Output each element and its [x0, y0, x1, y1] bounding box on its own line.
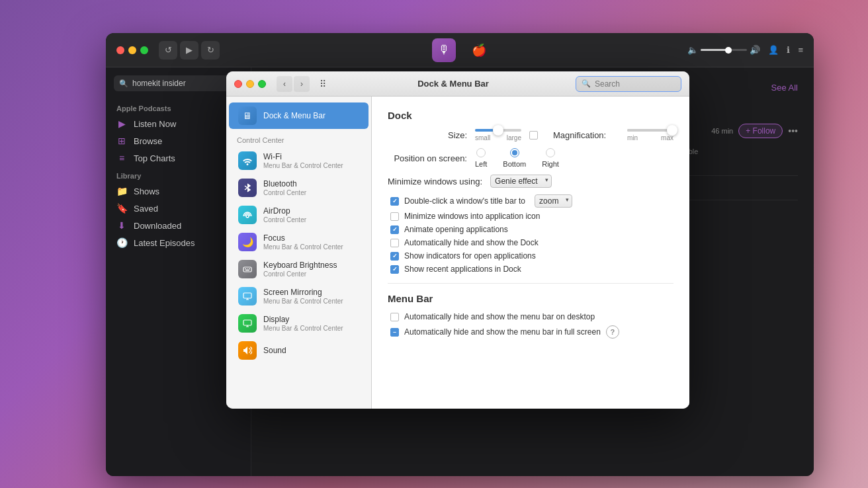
minimize-label: Minimize windows using:: [388, 177, 482, 186]
dock-menu-bar-icon: 🖥: [238, 106, 257, 125]
sp-sidebar-item-screen-mirroring[interactable]: Screen Mirroring Menu Bar & Control Cent…: [229, 283, 369, 309]
svg-line-1: [245, 188, 247, 190]
dock-section-title: Dock: [388, 110, 673, 121]
menu-icon[interactable]: ≡: [798, 45, 803, 55]
sp-forward-button[interactable]: ›: [294, 76, 310, 92]
size-slider-thumb[interactable]: [493, 125, 503, 136]
screen-mirroring-icon: [238, 287, 257, 305]
volume-slider[interactable]: [701, 49, 747, 51]
wifi-icon: [238, 151, 257, 170]
search-bar[interactable]: 🔍: [114, 75, 243, 91]
volume-high-icon: 🔊: [750, 45, 760, 55]
sp-nav-buttons: ‹ ›: [277, 76, 310, 92]
mag-slider-fill: [627, 129, 668, 132]
autohide-desktop-checkbox[interactable]: [390, 313, 399, 321]
saved-icon: 🔖: [116, 203, 127, 214]
volume-control[interactable]: 🔈 🔊: [687, 45, 760, 55]
sp-close-button[interactable]: [234, 80, 242, 88]
position-right[interactable]: Right: [542, 148, 559, 168]
info-icon[interactable]: ℹ: [787, 45, 790, 55]
airdrop-icon: [238, 206, 257, 224]
select-chevron: ▾: [545, 177, 548, 183]
sp-sidebar-item-bluetooth[interactable]: Bluetooth Control Center: [229, 175, 369, 201]
position-bottom[interactable]: Bottom: [503, 148, 526, 168]
position-bottom-radio[interactable]: [510, 148, 519, 157]
sp-sidebar-item-sound[interactable]: Sound: [229, 337, 369, 364]
back-button[interactable]: ↺: [159, 41, 177, 60]
sp-traffic-lights: [234, 80, 266, 88]
sp-maximize-button[interactable]: [258, 80, 266, 88]
double-click-action-select[interactable]: zoom ▾: [535, 194, 572, 208]
animate-checkbox[interactable]: [390, 225, 399, 234]
focus-text: Focus Menu Bar & Control Center: [263, 233, 359, 251]
checkbox-double-click: Double-click a window's title bar to zoo…: [388, 194, 673, 208]
checkbox-animate: Animate opening applications: [388, 225, 673, 234]
checkbox-autohide-fullscreen: Automatically hide and show the menu bar…: [388, 325, 673, 339]
magnification-checkbox[interactable]: [529, 131, 538, 140]
position-label: Position on screen:: [388, 153, 467, 163]
position-row: Position on screen: Left Bottom Right: [388, 148, 673, 168]
sp-sidebar-item-dock-menu-bar[interactable]: 🖥 Dock & Menu Bar: [229, 102, 369, 129]
sp-window-title: Dock & Menu Bar: [336, 79, 570, 89]
minimize-icon-label: Minimize windows into application icon: [404, 212, 540, 221]
sp-search-bar[interactable]: 🔍: [576, 76, 681, 92]
sp-sidebar-item-focus[interactable]: 🌙 Focus Menu Bar & Control Center: [229, 229, 369, 255]
sp-sidebar-item-airdrop[interactable]: AirDrop Control Center: [229, 202, 369, 228]
position-right-radio[interactable]: [546, 148, 555, 157]
size-row: Size: small large Magnification:: [388, 129, 673, 142]
checkbox-autohide-dock: Automatically hide and show the Dock: [388, 238, 673, 247]
sp-sidebar-item-display[interactable]: Display Menu Bar & Control Center: [229, 310, 369, 337]
sound-icon: [238, 341, 257, 360]
autohide-fullscreen-checkbox[interactable]: [390, 328, 399, 337]
sysprefs-body: 🖥 Dock & Menu Bar Control Center Wi-Fi M…: [226, 97, 689, 409]
bluetooth-icon: [238, 179, 257, 197]
search-input[interactable]: [132, 79, 238, 88]
forward-button[interactable]: ↻: [201, 41, 220, 60]
maximize-button[interactable]: [140, 46, 148, 54]
sp-search-input[interactable]: [595, 79, 675, 89]
mag-slider-track[interactable]: [627, 129, 673, 132]
autohide-dock-label: Automatically hide and show the Dock: [404, 238, 539, 247]
double-click-checkbox[interactable]: [390, 197, 399, 206]
mag-slider-thumb[interactable]: [667, 125, 677, 136]
position-left[interactable]: Left: [475, 148, 487, 168]
minimize-effect-select[interactable]: Genie effect ▾: [490, 175, 552, 188]
svg-rect-8: [243, 293, 251, 298]
minimize-icon-checkbox[interactable]: [390, 212, 399, 221]
double-click-label: Double-click a window's title bar to: [404, 196, 525, 206]
close-button[interactable]: [116, 46, 124, 54]
see-all-link[interactable]: See All: [771, 83, 798, 93]
airdrop-text: AirDrop Control Center: [263, 206, 359, 224]
minimize-button[interactable]: [128, 46, 136, 54]
apple-logo: 🍎: [472, 43, 486, 58]
search-icon: 🔍: [119, 79, 128, 88]
checkbox-minimize-icon: Minimize windows into application icon: [388, 212, 673, 221]
sp-sidebar: 🖥 Dock & Menu Bar Control Center Wi-Fi M…: [226, 97, 372, 409]
sp-sidebar-item-keyboard-brightness[interactable]: Keyboard Brightness Control Center: [229, 256, 369, 282]
autohide-dock-checkbox[interactable]: [390, 239, 399, 247]
pane-divider: [388, 283, 673, 284]
position-left-radio[interactable]: [476, 148, 486, 157]
magnification-label: Magnification:: [553, 130, 619, 140]
size-slider-fill: [475, 129, 494, 132]
menu-bar-section-title: Menu Bar: [388, 293, 673, 304]
wifi-text: Wi-Fi Menu Bar & Control Center: [263, 152, 359, 169]
sp-minimize-button[interactable]: [246, 80, 254, 88]
show-recent-checkbox[interactable]: [390, 265, 399, 274]
sp-back-button[interactable]: ‹: [277, 76, 292, 92]
size-slider-track[interactable]: [475, 129, 521, 132]
sp-search-icon: 🔍: [582, 79, 591, 88]
help-button[interactable]: ?: [606, 325, 619, 339]
more-button[interactable]: •••: [788, 126, 798, 136]
position-radio-group: Left Bottom Right: [475, 148, 559, 168]
sp-grid-button[interactable]: ⠿: [315, 76, 331, 92]
sound-text: Sound: [263, 346, 359, 356]
follow-button[interactable]: + Follow: [738, 124, 783, 138]
show-indicators-checkbox[interactable]: [390, 252, 399, 261]
user-icon[interactable]: 👤: [768, 45, 779, 55]
sp-sidebar-item-wifi[interactable]: Wi-Fi Menu Bar & Control Center: [229, 147, 369, 174]
play-button[interactable]: ▶: [180, 41, 198, 60]
dock-menu-bar-text: Dock & Menu Bar: [263, 111, 359, 120]
sysprefs-titlebar: ‹ › ⠿ Dock & Menu Bar 🔍: [226, 71, 689, 97]
show-indicators-label: Show indicators for open applications: [404, 251, 536, 261]
